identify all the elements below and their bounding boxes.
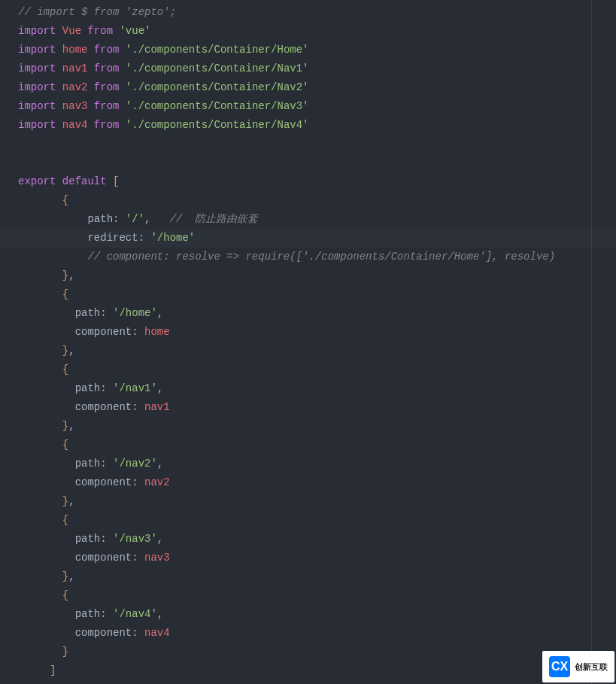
code-line[interactable]: path: '/nav3', bbox=[0, 530, 616, 549]
code-line[interactable]: }, bbox=[0, 567, 616, 586]
code-line[interactable]: path: '/home', bbox=[0, 304, 616, 323]
keyword-from: from bbox=[94, 59, 120, 78]
code-line[interactable]: // component: resolve => require(['./com… bbox=[0, 248, 616, 266]
string: './components/Container/Nav2' bbox=[126, 78, 309, 97]
code-line[interactable]: export default [ bbox=[0, 172, 616, 191]
code-line[interactable]: component: home bbox=[0, 323, 616, 342]
code-line[interactable]: import nav2 from './components/Container… bbox=[0, 78, 616, 97]
code-line-empty[interactable] bbox=[0, 135, 616, 154]
code-line[interactable]: import Vue from 'vue' bbox=[0, 22, 616, 41]
code-line[interactable]: component: nav4 bbox=[0, 624, 616, 643]
comma: , bbox=[157, 454, 163, 473]
brace: { bbox=[62, 436, 68, 454]
colon: : bbox=[100, 605, 106, 624]
code-line[interactable]: import nav3 from './components/Container… bbox=[0, 97, 616, 116]
code-line[interactable]: { bbox=[0, 511, 616, 530]
colon: : bbox=[100, 530, 106, 549]
brace: } bbox=[62, 492, 68, 511]
comma: , bbox=[157, 530, 163, 549]
code-line[interactable]: { bbox=[0, 436, 616, 454]
property: component bbox=[75, 624, 132, 643]
code-line[interactable]: { bbox=[0, 191, 616, 210]
brace: { bbox=[62, 360, 68, 379]
code-line[interactable]: } bbox=[0, 643, 616, 661]
watermark-text: 创新互联 bbox=[575, 661, 608, 673]
comma: , bbox=[68, 417, 74, 436]
code-line[interactable]: ] bbox=[0, 661, 616, 680]
comma: , bbox=[157, 379, 163, 398]
colon: : bbox=[100, 379, 106, 398]
property: path bbox=[75, 379, 101, 398]
identifier: nav1 bbox=[62, 59, 88, 78]
identifier: home bbox=[144, 323, 170, 342]
code-line[interactable]: }, bbox=[0, 492, 616, 511]
code-area[interactable]: // import $ from 'zepto'; import Vue fro… bbox=[0, 0, 616, 684]
brace: { bbox=[62, 191, 68, 210]
code-line[interactable]: }, bbox=[0, 342, 616, 360]
property: component bbox=[75, 323, 132, 342]
property: component bbox=[75, 398, 132, 417]
identifier: nav4 bbox=[62, 116, 88, 135]
code-line[interactable]: path: '/', // 防止路由嵌套 bbox=[0, 210, 616, 229]
property: component bbox=[75, 549, 132, 567]
comma: , bbox=[144, 210, 150, 229]
comma: , bbox=[68, 567, 74, 586]
colon: : bbox=[132, 398, 138, 417]
comment: // 防止路由嵌套 bbox=[170, 210, 259, 229]
string: '/nav1' bbox=[113, 379, 157, 398]
comma: , bbox=[68, 492, 74, 511]
code-line[interactable]: import home from './components/Container… bbox=[0, 41, 616, 59]
code-line[interactable]: path: '/nav2', bbox=[0, 454, 616, 473]
identifier: Vue bbox=[62, 22, 81, 41]
bracket: ] bbox=[50, 661, 56, 680]
code-line-empty[interactable] bbox=[0, 154, 616, 172]
code-line[interactable]: path: '/nav4', bbox=[0, 605, 616, 624]
keyword-from: from bbox=[94, 41, 120, 59]
brace: } bbox=[62, 342, 68, 360]
identifier: nav3 bbox=[144, 549, 170, 567]
code-line[interactable]: component: nav2 bbox=[0, 473, 616, 492]
string: '/nav4' bbox=[113, 605, 157, 624]
identifier: nav4 bbox=[144, 624, 170, 643]
comma: , bbox=[68, 266, 74, 285]
string: './components/Container/Nav4' bbox=[126, 116, 309, 135]
code-line[interactable]: import nav1 from './components/Container… bbox=[0, 59, 616, 78]
colon: : bbox=[132, 323, 138, 342]
code-line[interactable]: { bbox=[0, 586, 616, 605]
string: '/nav2' bbox=[113, 454, 157, 473]
colon: : bbox=[100, 304, 106, 323]
colon: : bbox=[113, 210, 119, 229]
comment: // component: resolve => require(['./com… bbox=[87, 248, 555, 266]
keyword-import: import bbox=[18, 41, 56, 59]
keyword-from: from bbox=[94, 97, 120, 116]
code-editor[interactable]: // import $ from 'zepto'; import Vue fro… bbox=[0, 0, 616, 684]
scrollbar-track[interactable] bbox=[609, 0, 614, 684]
string: './components/Container/Nav1' bbox=[126, 59, 309, 78]
code-line[interactable]: { bbox=[0, 285, 616, 304]
brace: } bbox=[62, 417, 68, 436]
comma: , bbox=[68, 342, 74, 360]
keyword-export: export bbox=[18, 172, 56, 191]
code-line[interactable]: { bbox=[0, 360, 616, 379]
code-line[interactable]: }, bbox=[0, 266, 616, 285]
string: './components/Container/Home' bbox=[126, 41, 309, 59]
identifier: nav3 bbox=[62, 97, 88, 116]
string: '/home' bbox=[113, 304, 157, 323]
code-line[interactable]: component: nav1 bbox=[0, 398, 616, 417]
code-line[interactable]: path: '/nav1', bbox=[0, 379, 616, 398]
code-ruler bbox=[591, 0, 592, 684]
code-line-highlighted[interactable]: redirect: '/home' bbox=[0, 229, 616, 248]
keyword-import: import bbox=[18, 78, 56, 97]
code-line[interactable]: // import $ from 'zepto'; bbox=[0, 3, 616, 22]
bracket: [ bbox=[113, 172, 119, 191]
string: 'vue' bbox=[119, 22, 150, 41]
code-line[interactable]: import nav4 from './components/Container… bbox=[0, 116, 616, 135]
watermark-logo-text: CX bbox=[551, 660, 568, 673]
scrollbar-vertical[interactable] bbox=[605, 0, 616, 684]
code-line[interactable]: component: nav3 bbox=[0, 549, 616, 567]
colon: : bbox=[132, 473, 138, 492]
colon: : bbox=[100, 454, 106, 473]
property: path bbox=[75, 304, 101, 323]
code-line[interactable]: }, bbox=[0, 417, 616, 436]
brace: { bbox=[62, 511, 68, 530]
